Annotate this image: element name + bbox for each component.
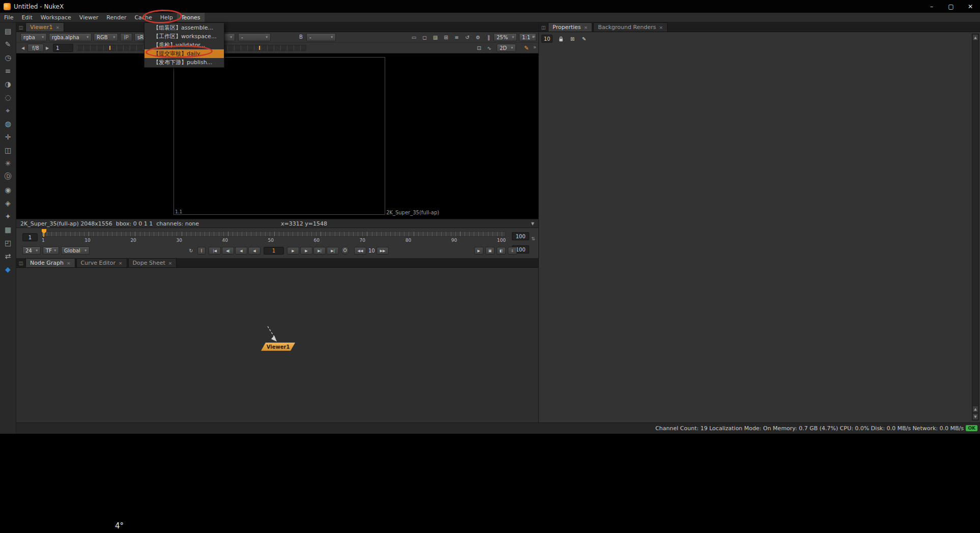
skip-back-button[interactable]: ◀◀ [354, 247, 366, 255]
display-channels-dropdown[interactable]: RGB▾ [94, 33, 118, 41]
menu-item-publish[interactable]: 【发布下游】publish... [145, 58, 224, 67]
menu-workspace[interactable]: Workspace [37, 13, 75, 22]
toolbar-toolsets-icon[interactable]: ✦ [2, 210, 15, 223]
tab-viewer1[interactable]: Viewer1 × [25, 22, 64, 32]
tab-properties[interactable]: Properties × [548, 22, 592, 32]
tab-dope-sheet[interactable]: Dope Sheet × [128, 258, 177, 267]
toolbar-draw-icon[interactable]: ✎ [2, 38, 15, 51]
info-menu-chevron-icon[interactable]: ▼ [531, 221, 534, 226]
tab-curve-editor[interactable]: Curve Editor × [76, 258, 127, 267]
toolbar-other-icon[interactable]: ▦ [2, 223, 15, 236]
overflow-chevron-icon[interactable]: » [532, 34, 535, 39]
menu-help[interactable]: Help [156, 13, 177, 22]
refresh-icon[interactable]: ↺ [463, 33, 472, 41]
close-icon[interactable]: × [168, 261, 172, 266]
save-icon[interactable]: ⇩ [508, 247, 517, 255]
toolbar-time-icon[interactable]: ◷ [2, 51, 15, 64]
menu-viewer[interactable]: Viewer [75, 13, 102, 22]
range-start-input[interactable]: 1 [22, 233, 38, 241]
toolbar-views-icon[interactable]: ◉ [2, 183, 15, 197]
menu-teones[interactable]: Teones [177, 13, 205, 22]
lock-range-icon[interactable]: ◧ [497, 247, 506, 255]
toolbar-filter-icon[interactable]: ◌ [2, 91, 15, 104]
close-icon[interactable]: × [659, 25, 663, 30]
fstop-prev-icon[interactable]: ◀ [21, 46, 24, 50]
skip-forward-button[interactable]: ▶▶ [377, 247, 389, 255]
tab-node-graph[interactable]: Node Graph × [25, 258, 75, 267]
viewer-canvas[interactable]: 1.1 2K_Super_35(full-ap) [16, 53, 538, 219]
close-icon[interactable]: × [119, 261, 123, 266]
goto-end-button[interactable]: ▶| [327, 247, 339, 255]
inout-toggle[interactable]: I [197, 247, 206, 255]
annotate-pencil-icon[interactable]: ✎ [524, 45, 529, 51]
close-button[interactable]: ✕ [961, 0, 980, 13]
fstop-next-icon[interactable]: ▶ [46, 46, 49, 50]
checker-icon[interactable]: ▨ [430, 33, 440, 41]
goto-start-button[interactable]: |◀ [209, 247, 221, 255]
menu-file[interactable]: File [0, 13, 17, 22]
viewer1-node[interactable]: Viewer1 [261, 343, 295, 351]
gamma-slider[interactable] [214, 45, 306, 51]
view-mode-dropdown[interactable]: 2D▾ [497, 44, 516, 52]
toolbar-merge-icon[interactable]: ◍ [2, 117, 15, 130]
panel-menu-icon[interactable]: ◫ [539, 23, 548, 32]
gain-input[interactable]: 1 [53, 44, 73, 52]
timeline-mode-dropdown[interactable]: TF▾ [43, 246, 59, 255]
toolbar-particles-icon[interactable]: ✳ [2, 157, 15, 170]
maximize-button[interactable]: ▢ [941, 0, 961, 13]
playback-mode-button[interactable]: O [341, 246, 349, 255]
wipe-mode-dropdown[interactable]: -▾ [238, 33, 271, 41]
clear-panels-icon[interactable]: ⊠ [569, 35, 576, 43]
cycle-icon[interactable]: ↻ [186, 246, 196, 255]
frame-increment-value[interactable]: 10 [368, 248, 375, 254]
toolbar-deep-icon[interactable]: Ⓓ [2, 170, 15, 183]
monitor-out-icon[interactable]: ⊞ [441, 33, 451, 41]
curve-icon[interactable]: ∿ [484, 44, 494, 52]
range-spinner-icon[interactable]: ⇅ [531, 236, 535, 241]
menu-item-workspace[interactable]: 【工作区】workspace... [145, 32, 224, 41]
scroll-up-icon[interactable]: ▲ [972, 406, 978, 412]
b-buffer-dropdown[interactable]: -▾ [306, 33, 336, 41]
menu-item-assemble[interactable]: 【组装区】assemble... [145, 23, 224, 32]
scroll-down-icon[interactable]: ▼ [972, 413, 978, 420]
toolbar-keyer-icon[interactable]: ⌖ [2, 104, 15, 117]
alpha-dropdown[interactable]: rgba.alpha▾ [49, 33, 92, 41]
panel-menu-icon[interactable]: ◫ [16, 23, 25, 32]
layout-lines-icon[interactable]: ≡ [452, 33, 462, 41]
menu-item-validator[interactable]: 【质检】validator... [145, 41, 224, 49]
channels-dropdown[interactable]: rgba▾ [20, 33, 47, 41]
step-forward-button[interactable]: ▶ [300, 247, 312, 255]
toolbar-transform-icon[interactable]: ✛ [2, 130, 15, 144]
play-forward-button[interactable]: ▶ [287, 247, 299, 255]
fstop-display[interactable]: f/8 [27, 44, 44, 52]
scrollbar[interactable]: ▲ ▲ ▼ [972, 34, 979, 420]
gamma-slider-handle[interactable] [259, 46, 260, 50]
toolbar-3d-icon[interactable]: ◫ [2, 144, 15, 157]
menu-edit[interactable]: Edit [17, 13, 36, 22]
roi-icon[interactable]: ⊡ [474, 44, 484, 52]
tab-background-renders[interactable]: Background Renders × [593, 22, 668, 32]
toolbar-plugins-icon[interactable]: ◰ [2, 236, 15, 249]
range-scope-dropdown[interactable]: Global▾ [61, 246, 90, 255]
step-back-button[interactable]: ◀ [235, 247, 247, 255]
flipbook-icon[interactable]: ▶ [474, 247, 483, 255]
fullscreen-icon[interactable]: ▣ [485, 247, 495, 255]
node-graph-canvas[interactable]: Viewer1 [16, 268, 538, 423]
edit-pencil-icon[interactable]: ✎ [581, 35, 588, 43]
menu-render[interactable]: Render [102, 13, 130, 22]
close-icon[interactable]: × [55, 25, 60, 30]
panel-menu-icon[interactable]: ◫ [16, 259, 25, 267]
menu-cache[interactable]: Cache [130, 13, 156, 22]
menu-item-daily[interactable]: 【提交审核】daily... [145, 49, 224, 58]
lock-icon[interactable] [557, 35, 564, 43]
gain-slider-handle[interactable] [109, 46, 110, 50]
zoom-dropdown[interactable]: 25%▾ [494, 33, 517, 41]
current-frame-input[interactable]: 1 [264, 247, 284, 255]
toolbar-channel-icon[interactable]: ≡ [2, 64, 15, 77]
minimize-button[interactable]: – [922, 0, 941, 13]
toolbar-switch-icon[interactable]: ⇄ [2, 249, 15, 263]
overflow-chevron-icon[interactable]: » [533, 44, 536, 50]
play-backward-button[interactable]: ◀ [248, 247, 261, 255]
pause-icon[interactable]: ‖ [484, 33, 494, 41]
display-window-icon[interactable]: ▭ [409, 33, 419, 41]
